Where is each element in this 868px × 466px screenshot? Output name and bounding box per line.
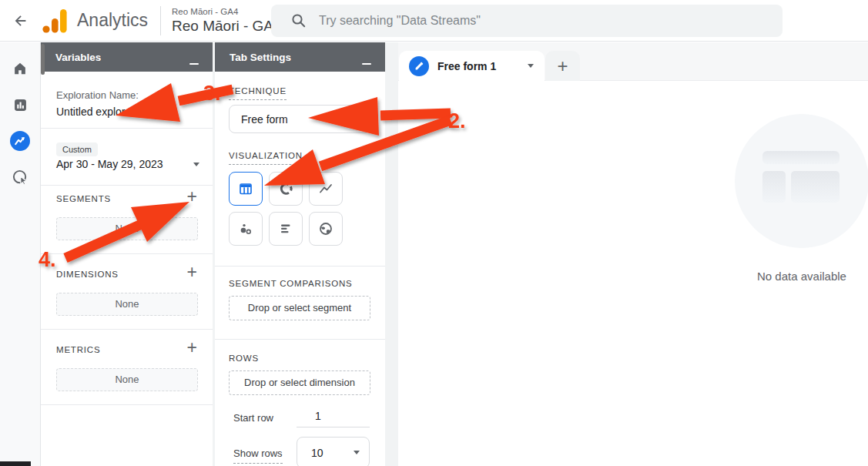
explore-icon	[9, 130, 31, 152]
placeholder-table-header	[762, 151, 840, 164]
sheet-tab-free-form-1[interactable]: Free form 1	[399, 51, 545, 81]
home-icon	[12, 60, 28, 77]
topbar-divider	[160, 6, 161, 35]
nav-home-button[interactable]	[9, 58, 31, 79]
chevron-down-icon	[193, 163, 199, 166]
segment-comparisons-label: SEGMENT COMPARISONS	[229, 279, 352, 288]
dimensions-label: DIMENSIONS	[56, 270, 119, 279]
date-custom-badge: Custom	[56, 142, 98, 156]
minimize-icon	[362, 63, 371, 65]
viz-geo-button[interactable]	[309, 212, 343, 246]
variables-panel-title: Variables	[55, 52, 101, 63]
viz-table-button[interactable]	[229, 172, 263, 206]
technique-label: TECHNIQUE	[229, 86, 287, 100]
nav-reports-button[interactable]	[9, 94, 31, 116]
panel-scrollbar-thumb[interactable]	[41, 44, 45, 75]
google-analytics-logo-icon	[40, 6, 69, 35]
variables-panel: Variables Exploration Name: Untitled exp…	[40, 42, 213, 466]
show-rows-label: Show rows	[233, 448, 283, 464]
tab-settings-panel-title: Tab Settings	[230, 52, 291, 63]
exploration-name-value[interactable]: Untitled exploration	[56, 106, 149, 118]
add-metric-button[interactable]: +	[187, 340, 197, 355]
edit-pencil-badge	[409, 56, 429, 76]
sheet-tab-label: Free form 1	[437, 60, 496, 72]
variables-minimize-button[interactable]	[189, 63, 199, 72]
nav-rail	[0, 42, 40, 466]
horizontal-bar-chart-icon	[278, 221, 293, 236]
divider	[41, 253, 213, 254]
search-icon	[291, 13, 307, 28]
donut-chart-icon	[278, 181, 293, 196]
viz-donut-button[interactable]	[269, 172, 303, 206]
divider	[215, 339, 385, 340]
advertising-icon	[12, 169, 29, 186]
placeholder-table-cell	[791, 171, 840, 203]
tab-settings-panel-header: Tab Settings	[215, 42, 385, 72]
segment-drop-zone[interactable]: Drop or select segment	[229, 296, 370, 320]
visualization-label: VISUALIZATION	[229, 151, 303, 165]
viz-scatter-button[interactable]	[229, 212, 263, 246]
metrics-none-box[interactable]: None	[56, 368, 198, 391]
start-row-input[interactable]	[297, 407, 370, 427]
pencil-icon	[414, 61, 424, 71]
line-chart-icon	[318, 181, 333, 196]
property-switcher[interactable]: Reo Māori - GA4 Reo Māori - GA4	[172, 6, 282, 35]
tab-settings-panel: Tab Settings TECHNIQUE Free form VISUALI…	[215, 42, 385, 466]
chevron-down-icon	[354, 451, 360, 454]
show-rows-select[interactable]: 10	[297, 437, 370, 466]
app-name: Analytics	[77, 10, 148, 31]
ga4-explorations-app: Analytics Reo Māori - GA4 Reo Māori - GA…	[0, 0, 868, 466]
search-input[interactable]	[319, 14, 750, 28]
metrics-label: METRICS	[56, 345, 100, 354]
segments-none-box[interactable]: None	[56, 217, 198, 240]
add-dimension-button[interactable]: +	[187, 264, 197, 280]
bottom-left-artifact	[0, 461, 31, 466]
top-bar: Analytics Reo Māori - GA4 Reo Māori - GA…	[0, 0, 868, 42]
chevron-down-icon	[528, 64, 534, 68]
add-sheet-tab-button[interactable]: +	[545, 51, 580, 81]
back-button[interactable]	[6, 6, 35, 35]
show-rows-value: 10	[311, 447, 323, 459]
bar-chart-icon	[12, 97, 28, 113]
rows-drop-zone[interactable]: Drop or select dimension	[229, 370, 370, 395]
viz-line-button[interactable]	[309, 172, 343, 206]
variables-panel-header: Variables	[41, 42, 213, 72]
tab-settings-minimize-button[interactable]	[362, 63, 371, 72]
rows-label: ROWS	[229, 354, 259, 363]
divider	[41, 329, 213, 330]
start-row-label: Start row	[233, 412, 273, 424]
viz-bar-button[interactable]	[269, 212, 303, 246]
placeholder-table-cell	[762, 171, 786, 203]
divider	[41, 128, 213, 129]
canvas-gap	[385, 42, 398, 466]
property-type-label: Reo Māori - GA4	[172, 6, 282, 17]
no-data-message: No data available	[725, 270, 868, 283]
add-segment-button[interactable]: +	[187, 189, 197, 204]
nav-advertising-button[interactable]	[9, 166, 31, 188]
exploration-canvas: Free form 1 + No data available	[398, 42, 868, 466]
property-name: Reo Māori - GA4	[172, 17, 282, 35]
nav-explore-button[interactable]	[9, 130, 31, 152]
date-range-value: Apr 30 - May 29, 2023	[56, 158, 163, 170]
arrow-back-icon	[12, 12, 29, 29]
table-chart-icon	[238, 181, 253, 196]
segments-label: SEGMENTS	[56, 194, 111, 203]
date-range-selector[interactable]: Apr 30 - May 29, 2023	[56, 158, 199, 170]
geo-map-icon	[318, 221, 333, 236]
scatter-chart-icon	[238, 221, 253, 236]
divider	[41, 404, 213, 405]
search-bar[interactable]	[271, 5, 783, 37]
visualization-grid	[229, 172, 343, 246]
divider	[215, 266, 385, 267]
divider	[41, 185, 213, 186]
technique-value: Free form	[241, 113, 288, 126]
exploration-name-label: Exploration Name:	[56, 89, 139, 101]
minimize-icon	[189, 63, 199, 65]
technique-select[interactable]: Free form	[229, 105, 370, 133]
dimensions-none-box[interactable]: None	[56, 293, 198, 316]
